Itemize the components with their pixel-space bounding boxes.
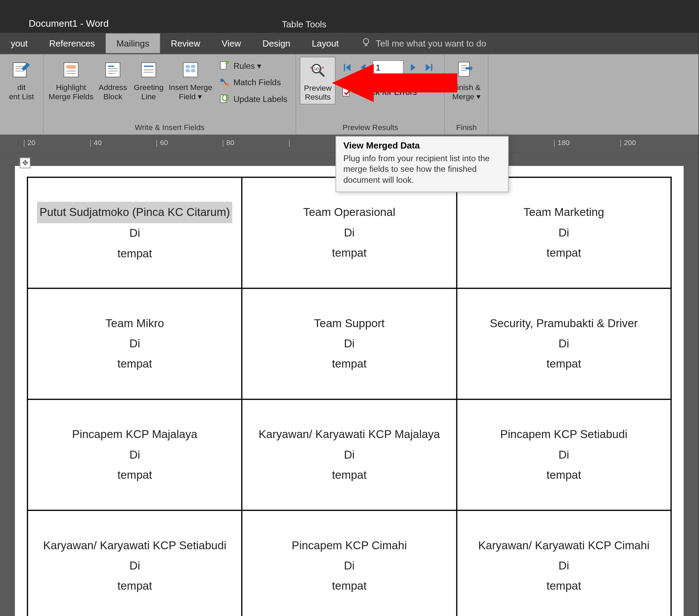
edit-list-label: dit ent List bbox=[9, 83, 34, 101]
edit-recipient-list-button[interactable]: dit ent List bbox=[3, 57, 39, 103]
match-fields-icon bbox=[219, 77, 230, 88]
finish-merge-icon bbox=[456, 59, 477, 81]
svg-line-35 bbox=[320, 72, 325, 76]
tab-layout-left[interactable]: yout bbox=[0, 34, 38, 53]
label-cell[interactable]: Pincapem KCP Setiabudi Di tempat bbox=[457, 399, 671, 510]
label-table[interactable]: Putut Sudjatmoko (Pinca KC Citarum) Di t… bbox=[27, 177, 672, 616]
tooltip-body: Plug info from your recipient list into … bbox=[343, 153, 501, 185]
update-labels-button[interactable]: Update Labels bbox=[217, 92, 290, 105]
highlight-merge-fields-button[interactable]: Highlight Merge Fields bbox=[47, 57, 95, 103]
svg-marker-38 bbox=[361, 64, 366, 71]
edit-list-icon bbox=[11, 59, 32, 81]
svg-point-0 bbox=[364, 39, 369, 44]
finish-merge-button[interactable]: Finish & Merge ▾ bbox=[448, 57, 484, 103]
tell-me-placeholder: Tell me what you want to do bbox=[376, 38, 486, 49]
svg-rect-26 bbox=[226, 61, 229, 64]
svg-rect-21 bbox=[186, 65, 190, 68]
svg-rect-7 bbox=[64, 63, 78, 77]
document-area[interactable]: View Merged Data Plug info from your rec… bbox=[0, 153, 699, 616]
svg-rect-25 bbox=[220, 62, 226, 69]
greeting-line-icon bbox=[138, 59, 160, 81]
preview-results-label: Preview Results bbox=[304, 84, 332, 101]
address-block-button[interactable]: Address Block bbox=[95, 57, 131, 103]
svg-rect-23 bbox=[186, 69, 190, 72]
tell-me-search[interactable]: Tell me what you want to do bbox=[361, 38, 486, 49]
label-cell[interactable]: Team Support Di tempat bbox=[242, 288, 457, 399]
svg-rect-27 bbox=[220, 79, 224, 82]
tooltip-title: View Merged Data bbox=[343, 140, 501, 151]
update-labels-icon bbox=[219, 94, 230, 104]
last-record-button[interactable] bbox=[423, 62, 435, 74]
address-block-label: Address Block bbox=[99, 83, 127, 101]
tab-layout[interactable]: Layout bbox=[301, 34, 350, 53]
svg-rect-36 bbox=[344, 64, 345, 71]
greeting-line-label: Greeting Line bbox=[134, 83, 164, 101]
svg-rect-24 bbox=[191, 69, 195, 72]
svg-rect-1 bbox=[365, 44, 367, 46]
preview-results-icon: «»ABC bbox=[307, 60, 329, 81]
svg-rect-11 bbox=[106, 63, 120, 77]
next-record-button[interactable] bbox=[407, 62, 419, 74]
group-write-insert-label: Write & Insert Fields bbox=[47, 122, 292, 133]
highlight-icon bbox=[60, 59, 82, 81]
record-number-input[interactable] bbox=[373, 60, 404, 75]
label-cell[interactable]: Team Marketing Di tempat bbox=[457, 177, 671, 288]
preview-results-tooltip: View Merged Data Plug info from your rec… bbox=[335, 136, 509, 192]
window-title: Document1 - Word bbox=[0, 18, 109, 29]
greeting-line-button[interactable]: Greeting Line bbox=[131, 57, 167, 103]
label-cell[interactable]: Karyawan/ Karyawati KCP Setiabudi Di tem… bbox=[27, 510, 242, 616]
context-tab-label: Table Tools bbox=[282, 19, 326, 29]
svg-marker-30 bbox=[226, 94, 229, 97]
group-finish-label: Finish bbox=[448, 122, 484, 133]
tab-view[interactable]: View bbox=[211, 34, 252, 53]
table-row: Putut Sudjatmoko (Pinca KC Citarum) Di t… bbox=[27, 177, 671, 288]
svg-rect-20 bbox=[183, 63, 198, 77]
table-row: Team Mikro Di tempat Team Support Di tem… bbox=[27, 288, 671, 399]
title-bar: Document1 - Word Table Tools bbox=[0, 0, 699, 33]
rules-button[interactable]: Rules ▾ bbox=[217, 59, 290, 72]
table-move-handle[interactable]: ✥ bbox=[20, 157, 30, 168]
label-cell[interactable]: Team Operasional Di tempat bbox=[242, 177, 457, 288]
label-cell[interactable]: Putut Sudjatmoko (Pinca KC Citarum) Di t… bbox=[27, 177, 242, 288]
group-preview-label: Preview Results bbox=[300, 122, 441, 133]
check-for-errors-button[interactable]: Check for Errors bbox=[339, 85, 437, 98]
svg-text:ABC: ABC bbox=[314, 67, 322, 72]
tab-review[interactable]: Review bbox=[160, 34, 211, 53]
ribbon-tab-strip: yout References Mailings Review View Des… bbox=[0, 33, 699, 54]
address-block-icon bbox=[102, 59, 124, 81]
svg-text:»: » bbox=[322, 65, 325, 70]
preview-results-button[interactable]: «»ABC Preview Results bbox=[300, 57, 336, 105]
label-cell[interactable]: Pincapem KCP Cimahi Di tempat bbox=[242, 510, 457, 616]
label-cell[interactable]: Security, Pramubakti & Driver Di tempat bbox=[457, 288, 671, 399]
tab-mailings[interactable]: Mailings bbox=[106, 34, 160, 53]
insert-merge-field-label: Insert Merge Field ▾ bbox=[169, 83, 212, 101]
label-cell[interactable]: Karyawan/ Karyawati KCP Majalaya Di temp… bbox=[242, 399, 457, 510]
match-fields-button[interactable]: Match Fields bbox=[217, 76, 290, 89]
lightbulb-icon bbox=[361, 38, 371, 49]
svg-marker-37 bbox=[346, 64, 351, 71]
svg-rect-22 bbox=[191, 65, 195, 68]
rules-icon bbox=[219, 60, 230, 71]
table-row: Pincapem KCP Majalaya Di tempat Karyawan… bbox=[27, 399, 671, 510]
tab-references[interactable]: References bbox=[38, 34, 106, 53]
insert-merge-field-button[interactable]: Insert Merge Field ▾ bbox=[167, 57, 215, 103]
ribbon: dit ent List Highlight Merge Fields bbox=[0, 54, 699, 135]
finish-merge-label: Finish & Merge ▾ bbox=[452, 83, 481, 101]
svg-rect-8 bbox=[66, 65, 76, 68]
document-page[interactable]: ✥ Putut Sudjatmoko (Pinca KC Citarum) Di… bbox=[15, 166, 684, 616]
svg-rect-28 bbox=[226, 83, 229, 86]
label-cell[interactable]: Karyawan/ Karyawati KCP Cimahi Di tempat bbox=[457, 510, 671, 616]
check-errors-icon bbox=[342, 87, 352, 97]
svg-rect-41 bbox=[431, 64, 432, 71]
tab-design[interactable]: Design bbox=[252, 34, 301, 53]
prev-record-button[interactable] bbox=[357, 62, 369, 74]
label-cell[interactable]: Team Mikro Di tempat bbox=[27, 288, 242, 399]
table-row: Karyawan/ Karyawati KCP Setiabudi Di tem… bbox=[27, 510, 671, 616]
svg-marker-39 bbox=[411, 64, 416, 71]
first-record-button[interactable] bbox=[342, 62, 354, 74]
svg-marker-40 bbox=[426, 64, 431, 71]
highlight-label: Highlight Merge Fields bbox=[49, 83, 93, 101]
label-cell[interactable]: Pincapem KCP Majalaya Di tempat bbox=[27, 399, 242, 510]
insert-merge-field-icon bbox=[180, 59, 201, 81]
